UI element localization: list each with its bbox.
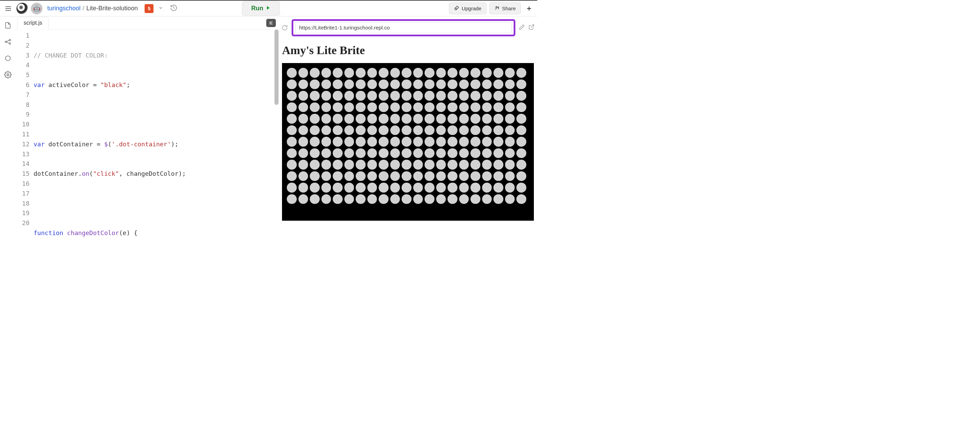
lite-brite-dot[interactable] bbox=[321, 148, 331, 158]
lite-brite-dot[interactable] bbox=[368, 160, 377, 170]
lite-brite-dot[interactable] bbox=[321, 171, 331, 181]
lite-brite-dot[interactable] bbox=[505, 137, 515, 147]
lite-brite-dot[interactable] bbox=[447, 126, 457, 136]
lite-brite-dot[interactable] bbox=[459, 148, 469, 158]
lite-brite-dot[interactable] bbox=[425, 102, 434, 112]
lite-brite-dot[interactable] bbox=[482, 148, 492, 158]
lite-brite-dot[interactable] bbox=[287, 68, 297, 78]
lite-brite-dot[interactable] bbox=[390, 114, 400, 124]
lite-brite-dot[interactable] bbox=[356, 80, 366, 89]
lite-brite-dot[interactable] bbox=[413, 91, 423, 101]
lite-brite-dot[interactable] bbox=[436, 148, 446, 158]
lite-brite-dot[interactable] bbox=[482, 183, 492, 193]
lite-brite-dot[interactable] bbox=[299, 80, 309, 89]
lite-brite-dot[interactable] bbox=[425, 171, 434, 181]
lite-brite-dot[interactable] bbox=[299, 68, 309, 78]
lite-brite-dot[interactable] bbox=[287, 148, 297, 158]
lite-brite-dot[interactable] bbox=[368, 91, 377, 101]
lite-brite-dot[interactable] bbox=[459, 171, 469, 181]
lite-brite-dot[interactable] bbox=[390, 148, 400, 158]
lite-brite-dot[interactable] bbox=[447, 183, 457, 193]
lite-brite-dot[interactable] bbox=[333, 137, 343, 147]
lite-brite-dot[interactable] bbox=[310, 91, 320, 101]
lite-brite-dot[interactable] bbox=[436, 114, 446, 124]
lite-brite-dot[interactable] bbox=[356, 160, 366, 170]
lite-brite-dot[interactable] bbox=[459, 183, 469, 193]
lite-brite-dot[interactable] bbox=[413, 114, 423, 124]
lite-brite-dot[interactable] bbox=[402, 102, 412, 112]
lite-brite-dot[interactable] bbox=[299, 183, 309, 193]
lite-brite-dot[interactable] bbox=[425, 183, 434, 193]
lite-brite-dot[interactable] bbox=[425, 160, 434, 170]
lite-brite-dot[interactable] bbox=[459, 137, 469, 147]
lite-brite-dot[interactable] bbox=[447, 137, 457, 147]
lite-brite-dot[interactable] bbox=[390, 80, 400, 89]
lite-brite-dot[interactable] bbox=[299, 102, 309, 112]
lite-brite-dot[interactable] bbox=[413, 183, 423, 193]
files-icon[interactable] bbox=[4, 21, 12, 29]
lite-brite-dot[interactable] bbox=[333, 160, 343, 170]
lite-brite-dot[interactable] bbox=[505, 160, 515, 170]
lite-brite-dot[interactable] bbox=[447, 114, 457, 124]
code-format-icon[interactable] bbox=[266, 19, 276, 27]
lite-brite-dot[interactable] bbox=[390, 183, 400, 193]
lite-brite-dot[interactable] bbox=[447, 171, 457, 181]
lite-brite-dot[interactable] bbox=[436, 68, 446, 78]
lite-brite-dot[interactable] bbox=[310, 160, 320, 170]
lite-brite-dot[interactable] bbox=[413, 171, 423, 181]
lite-brite-dot[interactable] bbox=[344, 148, 354, 158]
edit-pencil-icon[interactable] bbox=[519, 24, 525, 32]
lite-brite-dot[interactable] bbox=[344, 114, 354, 124]
lite-brite-dot[interactable] bbox=[310, 102, 320, 112]
lite-brite-dot[interactable] bbox=[493, 102, 503, 112]
lite-brite-dot[interactable] bbox=[344, 91, 354, 101]
lite-brite-dot[interactable] bbox=[482, 137, 492, 147]
lite-brite-dot[interactable] bbox=[390, 171, 400, 181]
lite-brite-dot[interactable] bbox=[344, 68, 354, 78]
new-tab-plus-icon[interactable] bbox=[523, 3, 535, 14]
lite-brite-dot[interactable] bbox=[368, 194, 377, 204]
lite-brite-dot[interactable] bbox=[402, 171, 412, 181]
lite-brite-dot[interactable] bbox=[493, 148, 503, 158]
lite-brite-dot[interactable] bbox=[471, 148, 480, 158]
lite-brite-dot[interactable] bbox=[402, 91, 412, 101]
lite-brite-dot[interactable] bbox=[447, 91, 457, 101]
lite-brite-dot[interactable] bbox=[299, 148, 309, 158]
lite-brite-dot[interactable] bbox=[287, 137, 297, 147]
lite-brite-dot[interactable] bbox=[299, 114, 309, 124]
lite-brite-dot[interactable] bbox=[333, 80, 343, 89]
lite-brite-dot[interactable] bbox=[310, 183, 320, 193]
lite-brite-dot[interactable] bbox=[356, 148, 366, 158]
lite-brite-dot[interactable] bbox=[459, 194, 469, 204]
lite-brite-dot[interactable] bbox=[321, 183, 331, 193]
lite-brite-dot[interactable] bbox=[299, 126, 309, 136]
lite-brite-dot[interactable] bbox=[425, 114, 434, 124]
lite-brite-dot[interactable] bbox=[459, 114, 469, 124]
lite-brite-dot[interactable] bbox=[287, 183, 297, 193]
lite-brite-dot[interactable] bbox=[321, 114, 331, 124]
lite-brite-dot[interactable] bbox=[505, 68, 515, 78]
lite-brite-dot[interactable] bbox=[447, 194, 457, 204]
lite-brite-dot[interactable] bbox=[321, 68, 331, 78]
lite-brite-dot[interactable] bbox=[436, 126, 446, 136]
lite-brite-dot[interactable] bbox=[379, 80, 388, 89]
lite-brite-dot[interactable] bbox=[287, 80, 297, 89]
lite-brite-dot[interactable] bbox=[459, 126, 469, 136]
lite-brite-dot[interactable] bbox=[425, 194, 434, 204]
lite-brite-dot[interactable] bbox=[413, 160, 423, 170]
lite-brite-dot[interactable] bbox=[390, 91, 400, 101]
lite-brite-dot[interactable] bbox=[436, 102, 446, 112]
breadcrumb-owner[interactable]: turingschool bbox=[47, 5, 81, 12]
lite-brite-dot[interactable] bbox=[493, 114, 503, 124]
lite-brite-dot[interactable] bbox=[287, 102, 297, 112]
lite-brite-dot[interactable] bbox=[493, 91, 503, 101]
packages-icon[interactable] bbox=[4, 54, 12, 62]
lite-brite-dot[interactable] bbox=[402, 194, 412, 204]
lite-brite-dot[interactable] bbox=[459, 160, 469, 170]
lite-brite-dot[interactable] bbox=[402, 68, 412, 78]
lite-brite-dot[interactable] bbox=[425, 80, 434, 89]
lite-brite-dot[interactable] bbox=[299, 171, 309, 181]
lite-brite-dot[interactable] bbox=[425, 68, 434, 78]
reload-icon[interactable] bbox=[281, 25, 288, 31]
lite-brite-dot[interactable] bbox=[321, 126, 331, 136]
